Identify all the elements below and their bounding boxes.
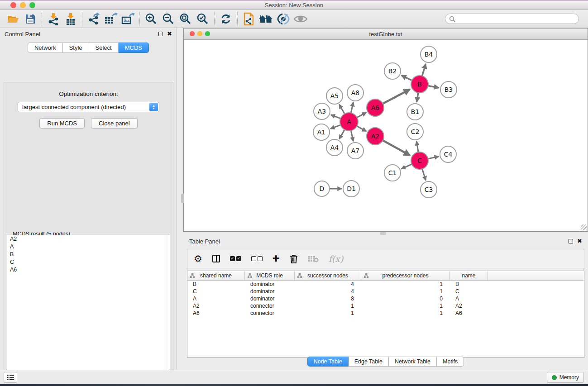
search-input[interactable] <box>458 16 575 22</box>
graph-node-A6[interactable]: A6 <box>367 99 384 116</box>
graph-node-A2[interactable]: A2 <box>367 128 384 145</box>
tab-network-table[interactable]: Network Table <box>389 357 437 367</box>
graph-node-A3[interactable]: A3 <box>314 103 330 119</box>
tab-network[interactable]: Network <box>28 43 63 53</box>
run-mcds-button[interactable]: Run MCDS <box>39 118 85 129</box>
deselect-all-checkboxes-icon[interactable] <box>251 256 263 261</box>
edge-B-B2[interactable] <box>402 76 412 81</box>
window-resize-grip[interactable] <box>581 224 587 230</box>
edge-B-B4[interactable] <box>422 64 426 76</box>
search-box[interactable] <box>445 14 579 24</box>
task-history-button[interactable] <box>4 372 17 383</box>
table-row[interactable]: Bdominator41B <box>187 281 584 288</box>
export-table-icon[interactable] <box>102 11 120 27</box>
gear-icon[interactable]: ⚙ <box>194 254 202 263</box>
graph-node-D1[interactable]: D1 <box>343 181 359 197</box>
mcds-result-list[interactable]: A2ABCA6 <box>8 235 164 385</box>
graph-node-C3[interactable]: C3 <box>421 181 437 198</box>
function-builder-icon[interactable]: f(x) <box>329 254 344 264</box>
graph-node-A4[interactable]: A4 <box>326 139 343 156</box>
float-table-panel-icon[interactable] <box>569 239 573 243</box>
zoom-selected-icon[interactable] <box>194 11 211 27</box>
vertical-split-handle[interactable] <box>181 194 184 203</box>
trash-icon[interactable] <box>290 254 298 263</box>
eye-icon[interactable] <box>292 11 309 27</box>
network-graph[interactable]: B4B2BB3A8A5A6A3B1AA1C2A2A4A7C4CC1DD1C3 <box>184 40 587 231</box>
graph-node-B[interactable]: B <box>411 76 428 93</box>
zoom-fit-icon[interactable] <box>177 11 194 27</box>
graph-node-B1[interactable]: B1 <box>407 104 423 120</box>
edge-B-B3[interactable] <box>428 86 439 88</box>
close-panel-icon[interactable]: ✖ <box>167 32 172 36</box>
column-header-successor-nodes[interactable]: successor nodes <box>295 271 361 280</box>
show-hide-panels-icon[interactable] <box>258 11 275 27</box>
edge-A-A2[interactable] <box>357 126 367 131</box>
table-row[interactable]: A2connector11A2 <box>187 302 584 310</box>
export-image-icon[interactable] <box>120 11 137 27</box>
memory-button[interactable]: Memory <box>547 372 584 383</box>
edge-A-A5[interactable] <box>339 105 345 114</box>
graph-node-A5[interactable]: A5 <box>326 88 343 104</box>
float-panel-icon[interactable] <box>158 32 163 36</box>
export-network-icon[interactable] <box>85 11 102 27</box>
table-row[interactable]: A6connector11A6 <box>187 310 584 317</box>
edge-C-C3[interactable] <box>422 169 426 180</box>
table-row[interactable]: Cdominator41C <box>187 288 584 295</box>
edge-B-B1[interactable] <box>417 93 418 102</box>
horizontal-split-handle[interactable] <box>380 232 386 235</box>
graph-node-A1[interactable]: A1 <box>313 124 330 140</box>
close-table-panel-icon[interactable]: ✖ <box>577 239 582 243</box>
close-panel-button[interactable]: Close panel <box>91 118 138 129</box>
new-network-from-selection-icon[interactable] <box>240 11 258 27</box>
table-row[interactable]: Adominator80A <box>187 295 584 302</box>
edge-A-A1[interactable] <box>330 125 340 129</box>
mcds-result-item[interactable]: A6 <box>8 266 164 274</box>
criterion-dropdown[interactable]: largest connected component (directed) ▲… <box>18 102 159 112</box>
graph-node-D[interactable]: D <box>314 181 330 196</box>
graph-node-B4[interactable]: B4 <box>421 46 437 62</box>
edge-A-A7[interactable] <box>351 131 353 141</box>
column-header-name[interactable]: name <box>450 271 488 280</box>
tab-style[interactable]: Style <box>63 43 89 53</box>
mcds-result-item[interactable]: A2 <box>8 235 164 243</box>
graphics-details-icon[interactable] <box>275 11 292 27</box>
add-column-icon[interactable]: ✚ <box>272 253 280 264</box>
column-header-predecessor-nodes[interactable]: predecessor nodes <box>361 271 450 280</box>
mcds-list-scrollbar[interactable] <box>164 235 169 385</box>
edge-A-A3[interactable] <box>331 115 340 119</box>
graph-node-B2[interactable]: B2 <box>384 63 401 79</box>
edge-A-A4[interactable] <box>339 129 345 139</box>
network-window-titlebar[interactable]: testGlobe.txt <box>184 29 588 40</box>
save-session-icon[interactable] <box>22 11 39 27</box>
delete-table-icon[interactable] <box>308 255 319 262</box>
graph-node-A[interactable]: A <box>340 113 358 131</box>
edge-A-A6[interactable] <box>357 113 366 118</box>
zoom-out-icon[interactable] <box>160 11 177 27</box>
graph-node-A7[interactable]: A7 <box>347 143 363 159</box>
edge-A6-B[interactable] <box>383 89 410 104</box>
tab-select[interactable]: Select <box>89 43 119 53</box>
mcds-result-item[interactable]: C <box>8 258 164 266</box>
edge-A-A8[interactable] <box>351 102 353 113</box>
graph-node-A8[interactable]: A8 <box>347 85 363 101</box>
edge-A2-C[interactable] <box>383 140 410 155</box>
open-folder-icon[interactable] <box>5 11 22 27</box>
refresh-icon[interactable] <box>217 11 234 27</box>
edge-C-C1[interactable] <box>402 164 412 169</box>
graph-node-C4[interactable]: C4 <box>440 146 456 162</box>
select-all-checkboxes-icon[interactable]: ✓✓ <box>230 256 241 261</box>
zoom-in-icon[interactable] <box>143 11 160 27</box>
mcds-result-item[interactable]: B <box>8 251 164 258</box>
column-header-MCDS-role[interactable]: MCDS role <box>245 271 295 280</box>
tab-node-table[interactable]: Node Table <box>307 357 349 367</box>
graph-node-C1[interactable]: C1 <box>384 165 401 181</box>
import-network-icon[interactable] <box>45 11 62 27</box>
edge-C-C2[interactable] <box>416 141 418 152</box>
mcds-result-item[interactable]: A <box>8 243 164 251</box>
edge-C-C4[interactable] <box>428 157 439 159</box>
tab-mcds[interactable]: MCDS <box>119 43 149 53</box>
graph-node-C[interactable]: C <box>411 152 428 169</box>
graph-node-C2[interactable]: C2 <box>407 124 423 140</box>
column-header-shared-name[interactable]: shared name <box>187 271 245 280</box>
tab-edge-table[interactable]: Edge Table <box>349 357 389 367</box>
